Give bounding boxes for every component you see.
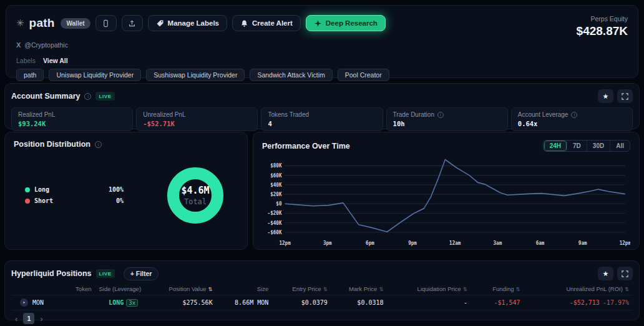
side-value: LONG — [109, 299, 124, 306]
sort-icon — [321, 285, 328, 292]
position-value: $275.56K — [142, 295, 217, 310]
favorite-button[interactable]: ★ — [598, 267, 613, 280]
column-label: Side (Leverage) — [99, 285, 141, 292]
stat-label: Tokens Traded — [268, 111, 309, 118]
legend-item[interactable]: Short 0% — [25, 197, 124, 204]
svg-text:$0: $0 — [276, 201, 281, 207]
column-label: Entry Price — [292, 285, 321, 292]
manage-labels-label: Manage Labels — [168, 19, 219, 27]
column-header[interactable]: Size — [217, 283, 273, 295]
legend-item[interactable]: Long 100% — [25, 186, 124, 193]
svg-text:-$20K: -$20K — [268, 210, 282, 216]
stat-value: 0.64x — [518, 120, 626, 127]
stat-cards: Realized PnL $93.24K Unrealized PnL -$52… — [11, 107, 633, 131]
legend-name: Long — [34, 186, 104, 193]
svg-text:3pm: 3pm — [323, 240, 332, 245]
donut-legend: Long 100% Short 0% — [25, 186, 124, 204]
column-label: Mark Price — [349, 285, 377, 292]
stat-label: Unrealized PnL — [143, 111, 185, 118]
info-icon — [571, 112, 577, 118]
performance-line-chart: $80K$60K$40K$20K$0-$20K-$40K-$60K12pm3pm… — [262, 155, 630, 247]
prev-page-button[interactable]: ‹ — [14, 314, 19, 324]
funding-value: -$1,547 — [471, 295, 524, 310]
expand-icon — [622, 270, 628, 277]
legend-percentage: 0% — [116, 197, 124, 204]
column-header[interactable]: Unrealized PnL (ROI) — [524, 283, 633, 295]
column-header[interactable]: Entry Price — [272, 283, 331, 295]
svg-text:9am: 9am — [578, 240, 587, 245]
label-chip[interactable]: Pool Creator — [338, 69, 389, 81]
position-donut-chart: $4.6M Total — [167, 167, 223, 224]
sort-icon — [461, 285, 467, 292]
performance-title: Performance Over Time — [262, 142, 350, 151]
label-chip[interactable]: path — [16, 69, 44, 81]
expand-button[interactable] — [617, 89, 633, 103]
performance-card: Performance Over Time 24H7D30DAll $80K$6… — [253, 132, 640, 250]
column-header[interactable]: Side (Leverage) — [95, 283, 142, 295]
timeframe-tabs: 24H7D30DAll — [543, 140, 630, 152]
label-chip[interactable]: Sushiswap Liquidity Provider — [146, 69, 245, 81]
table-row[interactable]: ➤ MON LONG3x $275.56K 8.66M MON $0.0379 … — [11, 295, 633, 310]
favorite-button[interactable]: ★ — [598, 89, 613, 103]
deep-research-button[interactable]: Deep Research — [306, 15, 386, 31]
profile-sparkle-icon: ✳ — [16, 17, 24, 29]
create-alert-button[interactable]: Create Alert — [232, 15, 301, 31]
unrealized-pnl-value: -$52,713 — [570, 299, 600, 306]
timeframe-tab[interactable]: 7D — [567, 141, 587, 151]
stat-value: -$52.71K — [143, 120, 251, 127]
svg-text:6am: 6am — [536, 240, 545, 245]
column-header[interactable]: Liquidation Price — [388, 283, 471, 295]
svg-text:-$40K: -$40K — [268, 220, 282, 225]
sort-icon — [377, 285, 383, 292]
positions-table: Token Side (Leverage) Position Value Siz… — [11, 283, 633, 310]
column-label: Funding — [492, 285, 514, 292]
stat-value: 10h — [393, 120, 501, 127]
filter-button[interactable]: + Filter — [124, 267, 159, 280]
perps-equity-label: Perps Equity — [577, 15, 628, 22]
pagination: ‹ 1 › — [11, 313, 633, 324]
stat-value: $93.24K — [18, 120, 126, 127]
liquidation-price-value: - — [388, 295, 471, 310]
column-header[interactable]: Position Value — [142, 283, 217, 295]
column-label: Unrealized PnL (ROI) — [566, 285, 622, 292]
column-header[interactable]: Token — [11, 283, 95, 295]
x-twitter-icon: X — [16, 41, 21, 49]
stat-value: 4 — [268, 120, 376, 127]
stat-label: Realized PnL — [18, 111, 55, 118]
svg-text:12pm: 12pm — [620, 240, 630, 245]
column-label: Liquidation Price — [417, 285, 461, 292]
twitter-handle-link[interactable]: @Cryptopathic — [24, 41, 68, 49]
svg-text:12pm: 12pm — [279, 240, 291, 245]
share-button[interactable] — [122, 15, 143, 31]
next-page-button[interactable]: › — [39, 314, 44, 324]
bell-icon — [240, 19, 248, 27]
token-symbol: MON — [32, 299, 44, 306]
expand-button[interactable] — [617, 267, 633, 280]
view-all-link[interactable]: View All — [43, 57, 68, 64]
stat-label: Trade Duration — [393, 111, 434, 118]
column-header[interactable]: Mark Price — [331, 283, 388, 295]
info-icon — [84, 93, 91, 100]
charts-row: Position Distribution Long 100% — [4, 132, 640, 250]
column-header[interactable]: Funding — [471, 283, 524, 295]
label-chip[interactable]: Uniswap Liquidity Provider — [49, 69, 141, 81]
position-distribution-card: Position Distribution Long 100% — [4, 132, 248, 250]
phone-button[interactable] — [95, 15, 117, 31]
column-label: Position Value — [169, 285, 207, 292]
phone-icon — [102, 19, 110, 27]
timeframe-tab[interactable]: 24H — [544, 141, 567, 151]
account-summary-card: Account Summary LIVE ★ Realized PnL $ — [4, 83, 640, 129]
legend-dot — [25, 187, 30, 192]
label-chip[interactable]: Sandwich Attack Victim — [250, 69, 332, 81]
timeframe-tab[interactable]: 30D — [587, 141, 610, 151]
mon-token-icon: ➤ — [20, 299, 28, 307]
leverage-badge: 3x — [126, 299, 138, 307]
manage-labels-button[interactable]: Manage Labels — [148, 15, 227, 31]
svg-text:9pm: 9pm — [408, 240, 417, 245]
sort-icon — [207, 285, 213, 292]
mark-price-value: $0.0318 — [331, 295, 388, 310]
page-number-button[interactable]: 1 — [23, 313, 34, 324]
svg-text:12am: 12am — [449, 240, 461, 245]
timeframe-tab[interactable]: All — [610, 141, 630, 151]
sparkle-icon — [314, 19, 322, 27]
